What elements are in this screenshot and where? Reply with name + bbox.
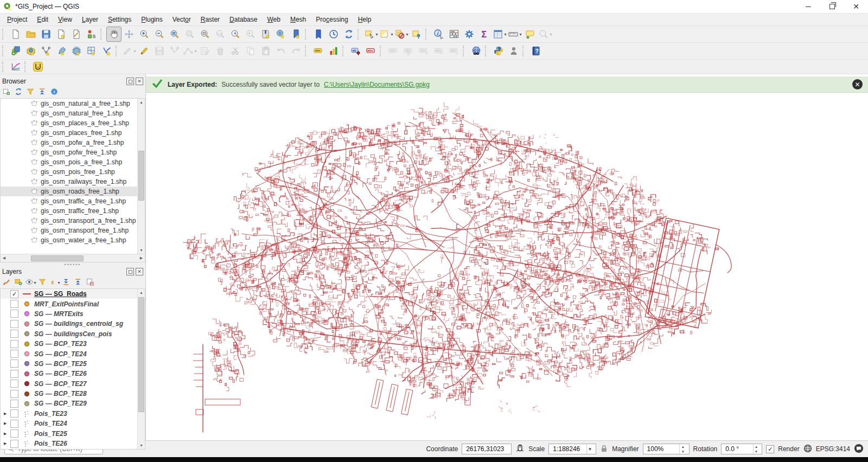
menu-view[interactable]: View [53, 15, 77, 24]
refresh-map-button[interactable] [341, 27, 356, 42]
browser-horizontal-scrollbar[interactable]: ◀ ▶ [1, 254, 145, 262]
browser-item[interactable]: gis_osm_pofw_free_1.shp [1, 147, 137, 157]
new-mesh-layer-button[interactable] [99, 43, 114, 59]
new-spatialite-layer-button[interactable] [54, 43, 69, 59]
new-project-button[interactable] [8, 27, 23, 42]
browser-item[interactable]: gis_osm_natural_free_1.shp [1, 108, 137, 118]
exported-file-link[interactable]: C:\Users\Jaylin\Documents\SG.gpkg [324, 81, 430, 88]
chevron-down-icon[interactable]: ▾ [391, 32, 393, 37]
new-geopackage-layer-button[interactable] [23, 43, 39, 59]
layer-checkbox[interactable] [10, 440, 18, 448]
browser-item[interactable]: gis_osm_natural_a_free_1.shp [1, 99, 137, 108]
layer-checkbox[interactable] [10, 390, 18, 398]
menu-help[interactable]: Help [353, 15, 376, 24]
new-3d-map-view-button[interactable] [273, 27, 289, 42]
browser-item[interactable]: gis_osm_pois_free_1.shp [1, 167, 137, 177]
scroll-down-icon[interactable]: ▼ [138, 442, 145, 449]
messages-button[interactable] [854, 444, 864, 455]
user-profile-button[interactable] [506, 43, 521, 59]
layer-checkbox[interactable] [10, 400, 18, 408]
scroll-left-icon[interactable]: ◀ [1, 255, 8, 262]
menu-plugins[interactable]: Plugins [136, 15, 167, 24]
layer-item[interactable]: ✓SG — SG_Roads [1, 289, 137, 299]
layer-item[interactable]: SG — BCP_TE26 [1, 369, 137, 378]
browser-item[interactable]: gis_osm_traffic_free_1.shp [1, 206, 137, 216]
layer-checkbox[interactable] [10, 350, 18, 358]
layer-checkbox[interactable] [10, 300, 18, 308]
browser-vertical-scrollbar[interactable]: ▲ ▼ [137, 99, 145, 254]
menu-edit[interactable]: Edit [32, 15, 53, 24]
browser-collapse-all-button[interactable] [37, 87, 48, 98]
metasearch-button[interactable] [469, 43, 484, 59]
chevron-down-icon[interactable]: ▾ [406, 32, 408, 37]
pan-map-button[interactable] [106, 27, 122, 42]
browser-item[interactable]: gis_osm_pois_a_free_1.shp [1, 157, 137, 167]
zoom-last-button[interactable] [228, 27, 243, 42]
layer-item[interactable]: SG — BCP_TE27 [1, 379, 137, 389]
filter-by-expression-button[interactable]: ε▾ [49, 277, 60, 288]
browser-close-button[interactable]: ✕ [136, 78, 143, 85]
scale-combo[interactable]: ▼ [548, 444, 596, 454]
browser-item[interactable]: gis_osm_places_a_free_1.shp [1, 118, 137, 128]
menu-web[interactable]: Web [262, 15, 285, 24]
save-project-button[interactable] [39, 27, 54, 42]
new-spatial-bookmark-button[interactable] [289, 27, 304, 42]
browser-item[interactable]: gis_osm_pofw_a_free_1.shp [1, 138, 137, 147]
layer-checkbox[interactable] [10, 380, 18, 388]
layer-item[interactable]: SG — BCP_TE29 [1, 399, 137, 408]
select-features-button[interactable]: ▾ [363, 27, 379, 42]
layers-close-button[interactable]: ✕ [136, 268, 143, 275]
layer-item[interactable]: ▶Pois_TE25 [1, 428, 137, 438]
add-group-button[interactable] [13, 277, 24, 288]
layer-item[interactable]: SG — buildingsCen_pois [1, 329, 137, 339]
map-canvas[interactable] [146, 93, 868, 440]
rotation-spinner[interactable]: ▲▼ [753, 444, 760, 454]
remove-layer-group-button[interactable] [85, 277, 95, 288]
layer-item[interactable]: SG — BCP_TE24 [1, 349, 137, 358]
chevron-down-icon[interactable]: ▾ [194, 49, 196, 54]
toggle-editing-button[interactable] [137, 43, 152, 59]
message-close-button[interactable]: ✕ [852, 79, 863, 89]
layer-item[interactable]: MRT_ExitPointsFinal [1, 299, 137, 309]
minimize-button[interactable] [796, 0, 820, 13]
coordinate-input[interactable] [465, 445, 508, 453]
magnifier-spinner[interactable]: ▲▼ [679, 444, 686, 454]
layer-item[interactable]: ▶Pois_TE24 [1, 419, 137, 428]
show-layout-manager-button[interactable] [69, 27, 84, 42]
layers-collapse-all-button[interactable] [73, 277, 84, 288]
browser-item[interactable]: gis_osm_transport_free_1.shp [1, 226, 137, 235]
expand-arrow-icon[interactable]: ▶ [4, 421, 10, 426]
new-print-layout-button[interactable] [54, 27, 69, 42]
temporal-profile-plugin-button[interactable] [30, 59, 46, 74]
data-source-manager-button[interactable] [8, 43, 23, 59]
identify-features-button[interactable]: i [431, 27, 446, 42]
scroll-up-icon[interactable]: ▲ [138, 289, 145, 296]
panel-splitter[interactable]: •••••• [0, 262, 145, 267]
menu-mesh[interactable]: Mesh [285, 15, 311, 24]
layer-item[interactable]: SG — BCP_TE25 [1, 359, 137, 369]
scroll-down-icon[interactable]: ▼ [138, 247, 145, 254]
pin-unpin-labels-button[interactable]: ab [348, 43, 363, 59]
layer-item[interactable]: SG — BCP_TE23 [1, 339, 137, 349]
browser-item[interactable]: gis_osm_water_a_free_1.shp [1, 235, 137, 245]
zoom-full-extent-button[interactable] [167, 27, 182, 42]
profile-tool-plugin-button[interactable] [8, 59, 23, 74]
expand-all-button[interactable] [61, 277, 72, 288]
chevron-down-icon[interactable]: ▾ [519, 32, 521, 37]
menu-processing[interactable]: Processing [311, 15, 353, 24]
browser-refresh-button[interactable] [13, 87, 24, 98]
layer-checkbox[interactable] [10, 330, 18, 338]
crs-status[interactable]: EPSG:3414 [816, 445, 850, 453]
layer-item[interactable]: SG — BCP_TE28 [1, 389, 137, 399]
expand-arrow-icon[interactable]: ▶ [4, 432, 10, 436]
magnifier-input[interactable] [646, 445, 678, 453]
layer-checkbox[interactable] [10, 370, 18, 378]
layers-float-button[interactable] [126, 268, 134, 275]
layer-item[interactable]: ▶Pois_TE26 [1, 439, 137, 448]
browser-properties-button[interactable]: i [49, 87, 60, 98]
zoom-out-button[interactable] [152, 27, 167, 42]
scroll-thumb[interactable] [138, 151, 144, 201]
layer-diagram-options-button[interactable] [326, 43, 341, 59]
filter-legend-button[interactable] [37, 277, 48, 288]
scroll-thumb[interactable] [31, 255, 84, 261]
